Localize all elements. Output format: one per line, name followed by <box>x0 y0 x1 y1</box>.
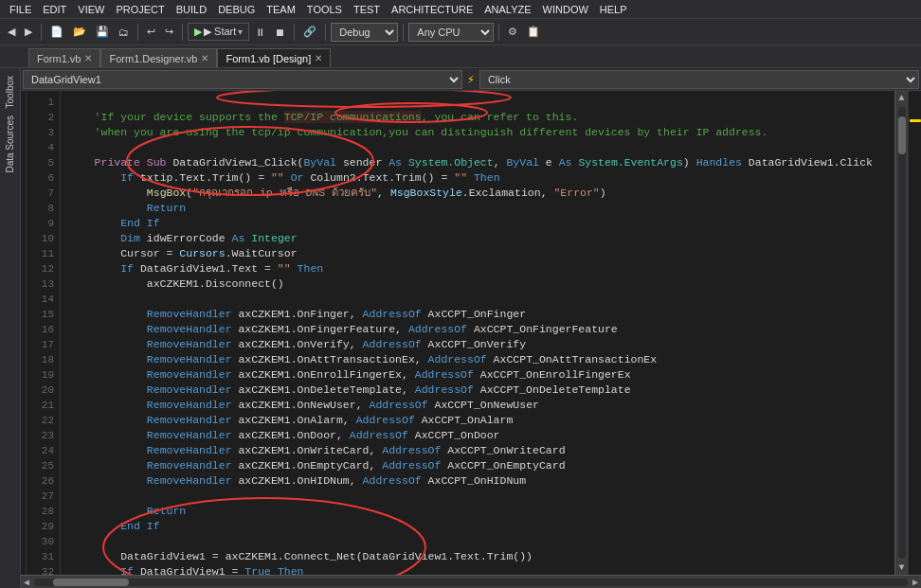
bottom-scrollbar[interactable]: ◀ ▶ <box>21 575 921 588</box>
tab-form1-vb-close[interactable]: ✕ <box>84 53 92 63</box>
open-file-button[interactable]: 📂 <box>69 22 90 43</box>
right-scrollbar[interactable]: ▲ ▼ <box>894 91 908 575</box>
back-button[interactable]: ◀ <box>4 22 19 43</box>
menu-team[interactable]: TEAM <box>261 4 301 15</box>
tab-form1-design[interactable]: Form1.vb [Design] ✕ <box>217 48 331 67</box>
extra-button-1[interactable]: ⚙ <box>504 22 521 43</box>
object-dropdown[interactable]: DataGridView1 <box>23 70 462 89</box>
lightning-icon: ⚡ <box>464 72 478 87</box>
menu-project[interactable]: PROJECT <box>110 4 170 15</box>
code-content[interactable]: 'If your device supports the TCP/IP comm… <box>61 91 894 575</box>
extra-button-2[interactable]: 📋 <box>523 22 544 43</box>
new-file-button[interactable]: 📄 <box>46 22 67 43</box>
toolbar: ◀ ▶ 📄 📂 💾 🗂 ↩ ↪ ▶ ▶ Start ▾ ⏸ ⏹ 🔗 Debug … <box>0 19 921 45</box>
tab-form1-designer-label: Form1.Designer.vb <box>109 53 197 64</box>
debug-config-dropdown[interactable]: Debug Release <box>331 23 398 42</box>
pause-button[interactable]: ⏸ <box>251 22 269 43</box>
undo-button[interactable]: ↩ <box>143 22 159 43</box>
tab-bar: Form1.vb ✕ Form1.Designer.vb ✕ Form1.vb … <box>0 45 921 68</box>
menu-analyze[interactable]: ANALYZE <box>479 4 536 15</box>
scroll-up-arrow[interactable]: ▲ <box>896 91 906 105</box>
tab-form1-designer-close[interactable]: ✕ <box>201 53 208 63</box>
scroll-left-arrow[interactable]: ◀ <box>21 577 32 588</box>
sidebar-datasources[interactable]: Data Sources <box>3 112 17 177</box>
separator-3 <box>182 24 183 41</box>
save-all-button[interactable]: 🗂 <box>115 22 133 43</box>
tab-form1-vb-label: Form1.vb <box>37 53 81 64</box>
menu-window[interactable]: WINDOW <box>537 4 594 15</box>
code-toolbar: DataGridView1 ⚡ Click <box>21 68 921 91</box>
menu-debug[interactable]: DEBUG <box>212 4 261 15</box>
menu-bar: FILE EDIT VIEW PROJECT BUILD DEBUG TEAM … <box>0 0 921 19</box>
save-button[interactable]: 💾 <box>92 22 113 43</box>
scroll-track[interactable] <box>898 107 906 559</box>
menu-view[interactable]: VIEW <box>72 4 110 15</box>
menu-file[interactable]: FILE <box>4 4 37 15</box>
menu-tools[interactable]: TOOLS <box>301 4 348 15</box>
forward-button[interactable]: ▶ <box>21 22 36 43</box>
separator-2 <box>137 24 138 41</box>
tab-form1-designer[interactable]: Form1.Designer.vb ✕ <box>100 48 217 67</box>
menu-help[interactable]: HELP <box>594 4 633 15</box>
event-dropdown[interactable]: Click <box>479 70 919 89</box>
separator-1 <box>41 24 42 41</box>
menu-edit[interactable]: EDIT <box>37 4 72 15</box>
main-layout: Toolbox Data Sources DataGridView1 ⚡ Cli… <box>0 68 921 588</box>
separator-5 <box>325 24 326 41</box>
start-button[interactable]: ▶ ▶ Start ▾ <box>188 23 249 41</box>
minimap-indicator <box>910 119 921 122</box>
redo-button[interactable]: ↪ <box>161 22 177 43</box>
left-sidebar: Toolbox Data Sources <box>0 68 21 588</box>
menu-build[interactable]: BUILD <box>171 4 212 15</box>
code-editor: 12345 678910 1112131415 1617181920 21222… <box>21 91 921 575</box>
stop-button[interactable]: ⏹ <box>271 22 289 43</box>
tab-form1-design-close[interactable]: ✕ <box>315 53 322 63</box>
tab-form1-design-label: Form1.vb [Design] <box>226 53 311 64</box>
code-container: DataGridView1 ⚡ Click 12345 678910 11121… <box>21 68 921 588</box>
svg-point-0 <box>217 91 511 107</box>
separator-4 <box>294 24 295 41</box>
separator-7 <box>498 24 499 41</box>
sidebar-toolbox[interactable]: Toolbox <box>3 72 17 112</box>
separator-6 <box>403 24 404 41</box>
code-minimap <box>908 91 921 575</box>
attach-button[interactable]: 🔗 <box>299 22 320 43</box>
menu-architecture[interactable]: ARCHITECTURE <box>386 4 479 15</box>
scroll-right-arrow[interactable]: ▶ <box>910 577 921 588</box>
menu-test[interactable]: TEST <box>348 4 386 15</box>
h-scroll-track[interactable] <box>34 579 908 586</box>
scroll-down-arrow[interactable]: ▼ <box>896 561 906 575</box>
h-scroll-thumb[interactable] <box>53 579 129 586</box>
cpu-config-dropdown[interactable]: Any CPU x86 x64 <box>408 23 494 42</box>
scroll-thumb[interactable] <box>898 116 906 154</box>
line-numbers: 12345 678910 1112131415 1617181920 21222… <box>27 91 61 575</box>
tab-form1-vb[interactable]: Form1.vb ✕ <box>28 48 100 67</box>
